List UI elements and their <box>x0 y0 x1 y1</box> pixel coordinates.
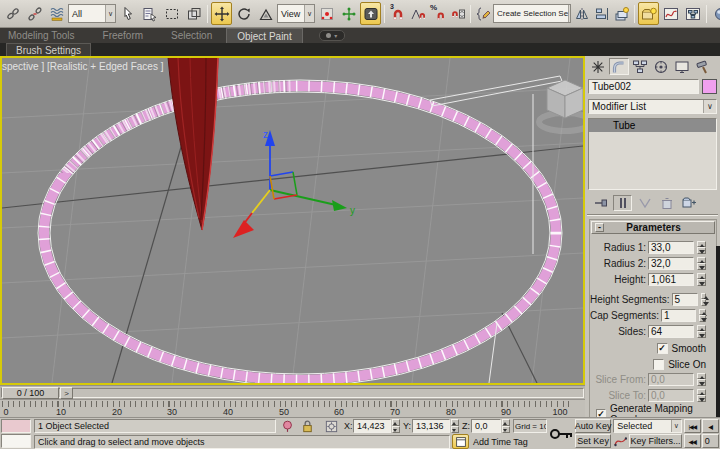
object-name-field[interactable]: Tube002 <box>588 79 699 94</box>
object-color-swatch[interactable] <box>702 79 717 94</box>
radius2-field[interactable]: 32,0 <box>648 257 694 270</box>
tab-modify[interactable] <box>609 58 629 75</box>
show-end-result-button[interactable] <box>613 195 632 211</box>
key-mode-dropdown[interactable]: Selected∨ <box>613 419 682 433</box>
edit-named-selection-sets-button[interactable] <box>474 2 492 25</box>
height-spinner[interactable] <box>697 273 706 286</box>
time-slider-track[interactable] <box>1 388 584 398</box>
tab-motion[interactable] <box>651 58 671 75</box>
select-object-button[interactable] <box>117 2 138 25</box>
rectangular-selection-region-button[interactable] <box>161 2 182 25</box>
window-crossing-toggle-button[interactable] <box>183 2 204 25</box>
snaps-toggle-3d-button[interactable]: 3 <box>388 2 407 25</box>
modifier-stack-item-tube[interactable]: Tube <box>589 119 716 132</box>
tab-utilities[interactable] <box>693 58 713 75</box>
cap-segments-spinner[interactable] <box>699 309 706 322</box>
maxscript-macro-recorder[interactable] <box>1 419 31 433</box>
graphite-ribbon-toggle-button[interactable] <box>638 2 659 25</box>
select-and-link-button[interactable] <box>2 2 23 25</box>
modifier-list-dropdown[interactable]: Modifier List ∨ <box>588 99 717 114</box>
time-tag-window-button[interactable] <box>452 434 469 449</box>
tab-brush-settings[interactable]: Brush Settings <box>6 43 91 56</box>
set-keys-button[interactable] <box>548 418 575 449</box>
select-and-manipulate-button[interactable] <box>338 2 359 25</box>
smooth-checkbox[interactable]: ✓ <box>657 343 668 354</box>
sides-spinner[interactable] <box>697 325 706 338</box>
height-segments-spinner[interactable] <box>701 293 706 306</box>
ribbon-tab-freeform[interactable]: Freeform <box>89 30 158 41</box>
remove-modifier-button[interactable] <box>657 195 676 211</box>
add-time-tag[interactable]: Add Time Tag <box>473 435 528 449</box>
select-and-move-button[interactable] <box>211 2 232 25</box>
absolute-offset-toggle[interactable] <box>323 419 340 434</box>
go-to-start-button[interactable]: |◀◀ <box>684 419 701 433</box>
spinner-snap-button[interactable] <box>448 2 467 25</box>
slice-to-field: 0,0 <box>648 389 694 402</box>
bind-to-space-warp-button[interactable] <box>46 2 67 25</box>
panel-scrollbar[interactable] <box>716 246 720 417</box>
previous-key-button[interactable]: ◀◀| <box>684 434 701 448</box>
generate-mapping-checkbox[interactable]: ✓ <box>596 409 606 418</box>
curve-editor-button[interactable] <box>660 2 681 25</box>
select-and-scale-button[interactable] <box>255 2 276 25</box>
cap-segments-field[interactable]: 1 <box>661 309 696 322</box>
selection-filter-dropdown[interactable]: All∨ <box>68 4 116 23</box>
use-pivot-point-button[interactable] <box>316 2 337 25</box>
mirror-button[interactable] <box>572 2 591 25</box>
perspective-viewport[interactable]: z y <box>0 56 585 385</box>
height-field[interactable]: 1,061 <box>648 273 694 286</box>
parameters-rollout-header[interactable]: - Parameters <box>591 221 715 234</box>
key-filters-button[interactable]: Key Filters... <box>629 434 682 448</box>
ribbon-tab-object-paint[interactable]: Object Paint <box>226 28 302 43</box>
track-bar[interactable]: 0 10 20 30 40 50 60 70 80 90 100 <box>0 399 585 417</box>
y-coordinate-field[interactable]: 13,136 <box>412 419 450 433</box>
slice-on-checkbox[interactable] <box>653 359 664 370</box>
viewport-label[interactable]: spective ] [Realistic + Edged Faces ] <box>2 61 163 72</box>
radius2-spinner[interactable] <box>697 257 706 270</box>
align-button[interactable] <box>592 2 611 25</box>
make-unique-button[interactable] <box>635 195 654 211</box>
viewport-scene: z y <box>2 58 583 383</box>
z-spinner[interactable] <box>502 419 510 433</box>
auto-key-button[interactable]: Auto Key <box>575 419 611 433</box>
default-tangent-button[interactable] <box>613 434 628 448</box>
previous-frame-button[interactable]: ◀| <box>702 419 719 433</box>
current-frame-field[interactable]: 0 <box>702 434 719 448</box>
tab-display[interactable] <box>672 58 692 75</box>
schematic-view-button[interactable] <box>682 2 703 25</box>
select-and-rotate-button[interactable] <box>233 2 254 25</box>
radius1-field[interactable]: 33,0 <box>648 241 694 254</box>
ribbon-config-button[interactable]: ▾ <box>319 30 345 41</box>
next-frame-nudge-button[interactable]: > <box>60 387 73 399</box>
manage-layers-button[interactable] <box>612 2 631 25</box>
z-coordinate-field[interactable]: 0,0 <box>471 419 501 433</box>
sides-field[interactable]: 64 <box>648 325 694 338</box>
y-spinner[interactable] <box>451 419 459 433</box>
tab-create[interactable] <box>588 58 608 75</box>
time-slider-handle[interactable]: 0 / 100 <box>2 387 59 399</box>
ribbon-tab-selection[interactable]: Selection <box>157 30 226 41</box>
pin-stack-button[interactable] <box>591 195 610 211</box>
height-segments-field[interactable]: 5 <box>672 293 699 306</box>
x-coordinate-field[interactable]: 14,423 <box>353 419 391 433</box>
reference-coordinate-dropdown[interactable]: View∨ <box>277 4 315 23</box>
selection-lock-toggle[interactable] <box>299 419 316 434</box>
select-by-name-button[interactable] <box>139 2 160 25</box>
material-editor-button[interactable] <box>710 2 720 25</box>
set-key-button[interactable]: Set Key <box>575 434 611 448</box>
maxscript-mini-listener[interactable] <box>1 434 31 448</box>
keyboard-shortcut-override-button[interactable] <box>360 2 381 25</box>
motion-icon <box>653 59 669 75</box>
radius1-spinner[interactable] <box>697 241 706 254</box>
configure-modifier-sets-button[interactable] <box>679 195 698 211</box>
slice-to-spinner <box>697 389 706 402</box>
ribbon-tab-modeling-tools[interactable]: Modeling Tools <box>0 30 89 41</box>
percent-snap-button[interactable]: % <box>428 2 447 25</box>
tab-hierarchy[interactable] <box>630 58 650 75</box>
isolate-selection-toggle[interactable] <box>279 419 296 434</box>
collapse-icon[interactable]: - <box>595 223 604 232</box>
named-selection-set-dropdown[interactable]: Create Selection Se∨ <box>493 4 571 23</box>
unlink-button[interactable] <box>24 2 45 25</box>
x-spinner[interactable] <box>392 419 400 433</box>
angle-snap-button[interactable] <box>408 2 427 25</box>
